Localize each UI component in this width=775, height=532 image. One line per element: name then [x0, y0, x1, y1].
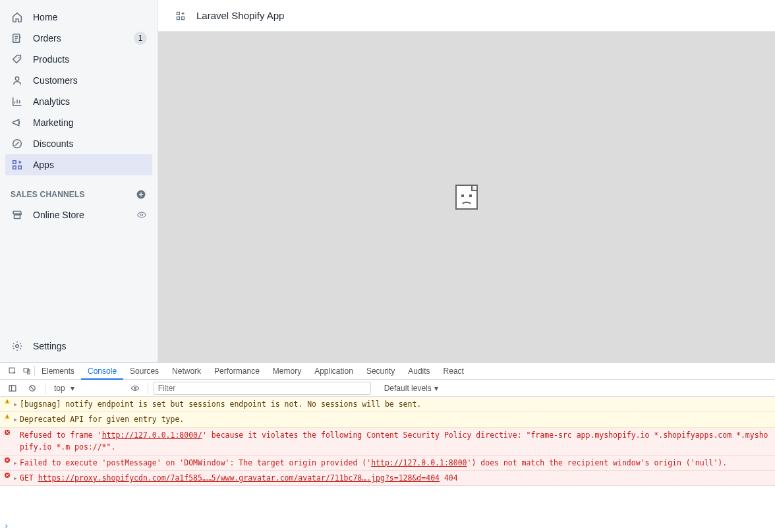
sidebar-item-orders[interactable]: Orders 1 [5, 28, 152, 49]
sidebar-item-products[interactable]: Products [5, 49, 152, 70]
app-iframe-placeholder [158, 32, 775, 362]
apps-icon [11, 158, 24, 171]
sidebar-item-apps[interactable]: Apps [5, 154, 152, 175]
console-log-row[interactable]: ▸Failed to execute 'postMessage' on 'DOM… [0, 456, 775, 471]
sidebar-item-marketing[interactable]: Marketing [5, 112, 152, 133]
preview-store-button[interactable] [136, 210, 147, 220]
page-title: Laravel Shopify App [196, 10, 284, 21]
tab-elements[interactable]: Elements [35, 363, 81, 380]
svg-rect-22 [7, 401, 8, 403]
error-icon [4, 429, 13, 436]
svg-rect-14 [461, 194, 464, 197]
svg-rect-12 [182, 16, 185, 19]
tab-security[interactable]: Security [360, 363, 401, 380]
console-filter-input[interactable] [154, 382, 371, 395]
sidebar-item-label: Apps [33, 160, 147, 170]
chevron-down-icon: ▾ [434, 384, 438, 393]
primary-nav: Home Orders 1 Products Customers [0, 0, 158, 175]
svg-rect-10 [177, 12, 179, 15]
devtools: Elements Console Sources Network Perform… [0, 362, 775, 532]
sales-channels-header: SALES CHANNELS [0, 175, 158, 204]
sidebar-item-label: Products [33, 54, 147, 65]
svg-point-8 [140, 214, 142, 216]
sidebar-item-label: Home [33, 12, 147, 22]
clear-console-icon[interactable] [25, 381, 40, 396]
tab-sources[interactable]: Sources [123, 363, 165, 380]
channel-online-store[interactable]: Online Store [0, 204, 158, 225]
gear-icon [11, 340, 24, 353]
tab-application[interactable]: Application [308, 363, 360, 380]
channel-label: Online Store [33, 210, 136, 220]
add-channel-button[interactable] [135, 189, 147, 200]
sidebar-item-label: Discounts [33, 138, 147, 149]
sidebar-item-label: Customers [33, 75, 147, 86]
console-log-row[interactable]: Refused to frame 'http://127.0.0.1:8000/… [0, 428, 775, 456]
svg-rect-4 [13, 161, 16, 164]
execution-context-select[interactable]: top ▾ [51, 383, 78, 394]
marketing-icon [11, 116, 24, 129]
svg-rect-23 [7, 403, 8, 403]
tab-console[interactable]: Console [81, 363, 123, 380]
console-prompt[interactable]: › [0, 520, 775, 532]
svg-rect-5 [13, 166, 16, 169]
tab-memory[interactable]: Memory [266, 363, 308, 380]
sales-channels-title: SALES CHANNELS [11, 190, 85, 199]
tab-network[interactable]: Network [165, 363, 208, 380]
customers-icon [11, 74, 24, 87]
home-icon [11, 11, 24, 24]
log-message: Failed to execute 'postMessage' on 'DOMW… [20, 457, 771, 469]
log-message: GET https://proxy.shopifycdn.com/7a1f585… [20, 472, 771, 484]
expand-icon[interactable]: ▸ [13, 398, 20, 410]
sidebar-item-analytics[interactable]: Analytics [5, 91, 152, 112]
settings-label: Settings [33, 341, 67, 351]
svg-rect-24 [7, 416, 8, 418]
expand-icon[interactable]: ▸ [13, 457, 20, 469]
inspect-icon[interactable] [5, 364, 20, 378]
warning-icon [4, 398, 13, 405]
sidebar-item-discounts[interactable]: Discounts [5, 133, 152, 154]
tab-performance[interactable]: Performance [208, 363, 266, 380]
console-toolbar: top ▾ Default levels ▾ [0, 380, 775, 397]
apps-icon [174, 9, 187, 22]
sidebar: Home Orders 1 Products Customers [0, 0, 158, 362]
warning-icon [4, 413, 13, 420]
log-message: Refused to frame 'http://127.0.0.1:8000/… [20, 429, 771, 454]
store-icon [11, 208, 24, 222]
svg-point-9 [16, 345, 19, 348]
svg-point-2 [15, 77, 18, 80]
console-log-row[interactable]: ▸Deprecated API for given entry type. [0, 412, 775, 427]
console-log-row[interactable]: ▸GET https://proxy.shopifycdn.com/7a1f58… [0, 471, 775, 486]
topbar: Laravel Shopify App [158, 0, 775, 32]
sidebar-item-customers[interactable]: Customers [5, 70, 152, 91]
sidebar-item-settings[interactable]: Settings [0, 330, 158, 362]
log-message: [bugsnag] notify endpoint is set but ses… [20, 398, 771, 410]
sidebar-item-label: Marketing [33, 117, 147, 128]
error-icon [4, 472, 13, 479]
orders-badge: 1 [134, 32, 147, 45]
svg-rect-11 [177, 16, 179, 19]
expand-icon[interactable]: ▸ [13, 413, 20, 425]
discounts-icon [11, 137, 24, 150]
tab-audits[interactable]: Audits [401, 363, 436, 380]
tab-react[interactable]: React [437, 363, 471, 380]
sidebar-item-label: Orders [33, 33, 134, 44]
svg-rect-25 [7, 418, 8, 419]
svg-rect-19 [9, 385, 16, 390]
svg-rect-6 [18, 166, 22, 169]
main: Laravel Shopify App [158, 0, 775, 362]
console-log-row[interactable]: ▸[bugsnag] notify endpoint is set but se… [0, 397, 775, 412]
analytics-icon [11, 95, 24, 108]
orders-icon [11, 32, 24, 45]
live-expression-icon[interactable] [128, 381, 142, 396]
log-levels-select[interactable]: Default levels ▾ [384, 384, 438, 393]
expand-icon[interactable]: ▸ [13, 472, 20, 484]
svg-point-1 [18, 57, 20, 58]
chevron-down-icon: ▾ [71, 384, 74, 393]
sidebar-item-label: Analytics [33, 96, 147, 107]
device-mode-icon[interactable] [20, 364, 34, 378]
console-sidebar-toggle[interactable] [5, 381, 20, 396]
svg-point-21 [134, 387, 136, 389]
devtools-tabs: Elements Console Sources Network Perform… [0, 363, 775, 380]
svg-rect-15 [469, 194, 472, 197]
sidebar-item-home[interactable]: Home [5, 7, 152, 28]
